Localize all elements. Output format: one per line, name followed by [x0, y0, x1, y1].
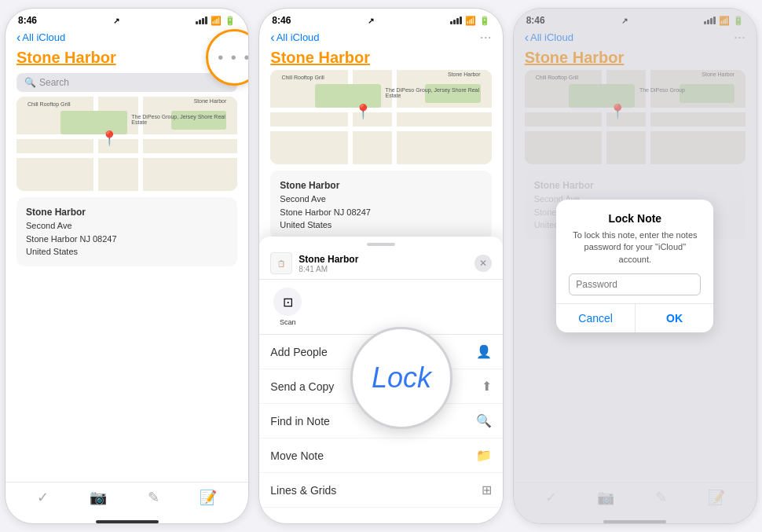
map-pin-1: 📍: [101, 130, 118, 147]
status-icons-2: 📶 🔋: [450, 16, 490, 26]
lock-dialog-overlay: Lock Note To lock this note, enter the n…: [514, 9, 757, 523]
status-time-2: 8:46: [272, 15, 291, 26]
find-in-note-icon: 🔍: [476, 413, 492, 428]
address-name-2: Stone Harbor: [280, 178, 482, 193]
road-h2: [16, 153, 237, 158]
signal-bars-1: [196, 17, 207, 24]
sheet-note-details: Stone Harbor 8:41 AM: [299, 254, 358, 273]
address-street-2: Second Ave: [280, 193, 482, 206]
dots-icon: • • •: [218, 49, 249, 67]
phone-panel-3: 8:46 ↗ 📶 🔋 ‹ All iCloud ··· Stone Harbor: [513, 8, 757, 524]
battery-icon-2: 🔋: [479, 16, 490, 26]
cancel-button[interactable]: Cancel: [556, 304, 636, 332]
label-stone-harbor-2: Stone Harbor: [448, 72, 481, 77]
sheet-menu-lines-grids[interactable]: Lines & Grids ⊞: [259, 473, 502, 508]
note-thumb: 📋: [270, 252, 292, 274]
bar3: [202, 18, 204, 24]
map-bg-1: 📍 Chill Rooftop Grill The DiPeso Group, …: [16, 97, 237, 191]
bar4: [205, 17, 207, 24]
wifi-icon-2: 📶: [465, 16, 476, 26]
toolbar-camera-1[interactable]: 📷: [90, 489, 107, 506]
scan-icon-circle: ⊡: [273, 288, 302, 316]
wifi-icon-1: 📶: [211, 16, 222, 26]
sheet-note-title: Stone Harbor: [299, 254, 358, 265]
move-note-label: Move Note: [270, 449, 324, 462]
toolbar-check-1[interactable]: ✓: [37, 489, 49, 506]
s4: [460, 17, 462, 24]
address-name-1: Stone Harbor: [26, 205, 228, 219]
map-bg-2: 📍 Chill Rooftop Grill The DiPeso Group, …: [270, 70, 491, 164]
address-card-2: Stone Harbor Second Ave Stone Harbor NJ …: [270, 171, 491, 240]
s1: [450, 21, 452, 24]
rh1-2: [270, 108, 491, 112]
dialog-buttons: Cancel OK: [556, 303, 713, 332]
sheet-menu-move-note[interactable]: Move Note 📁: [259, 438, 502, 473]
back-arrow-icon-2: ‹: [270, 31, 274, 45]
bottom-toolbar-1: ✓ 📷 ✎ 📝: [5, 482, 248, 517]
nav-back-1[interactable]: ‹ All iCloud: [16, 31, 65, 45]
nav-back-2[interactable]: ‹ All iCloud: [270, 31, 319, 45]
lock-dialog: Lock Note To lock this note, enter the n…: [556, 200, 713, 332]
search-placeholder-1: Search: [39, 77, 69, 88]
note-title-2: Stone Harbor: [259, 49, 502, 70]
map-pin-2: 📍: [354, 103, 372, 120]
sheet-header: 📋 Stone Harbor 8:41 AM ✕: [259, 246, 502, 280]
bar1: [196, 21, 198, 24]
address-card-1: Stone Harbor Second Ave Stone Harbor NJ …: [16, 197, 237, 266]
find-in-note-label: Find in Note: [270, 415, 329, 427]
scan-label: Scan: [280, 318, 296, 326]
rh2-2: [270, 127, 491, 131]
thumb-icon: 📋: [277, 260, 285, 267]
back-arrow-icon-1: ‹: [16, 31, 20, 45]
dialog-title: Lock Note: [569, 212, 701, 225]
ok-button[interactable]: OK: [636, 304, 714, 332]
s3: [456, 18, 459, 24]
label-stone-harbor-1: Stone Harbor: [194, 98, 227, 104]
status-arrow-icon-2: ↗: [368, 17, 374, 25]
lock-label: Lock: [372, 361, 431, 394]
nav-action-2[interactable]: ···: [480, 29, 492, 46]
nav-back-label-1: All iCloud: [22, 31, 65, 43]
status-bar-2: 8:46 ↗ 📶 🔋: [259, 9, 502, 28]
add-people-label: Add People: [270, 346, 327, 358]
address-country-1: United States: [26, 245, 228, 259]
search-bar-1[interactable]: 🔍 Search: [16, 73, 237, 92]
label-dipeso-1: The DiPeso Group, Jersey Shore Real Esta…: [131, 114, 237, 125]
status-bar-1: 8:46 ↗ 📶 🔋: [5, 9, 248, 28]
toolbar-compose-1[interactable]: ✎: [148, 489, 159, 506]
status-icons-1: 📶 🔋: [196, 16, 236, 26]
address-street-1: Second Ave: [26, 219, 228, 233]
home-indicator-1: [96, 520, 159, 523]
s2: [453, 20, 456, 24]
rv2-2: [392, 70, 397, 164]
lines-grids-icon: ⊞: [482, 482, 492, 497]
send-copy-icon: ⬆: [482, 379, 492, 394]
add-people-icon: 👤: [476, 344, 492, 359]
dialog-body: To lock this note, enter the notes passw…: [569, 229, 701, 266]
sheet-close-button[interactable]: ✕: [474, 255, 492, 272]
address-citystate-1: Stone Harbor NJ 08247: [26, 233, 228, 246]
lines-grids-label: Lines & Grids: [270, 484, 336, 497]
nav-bar-2: ‹ All iCloud ···: [259, 28, 502, 49]
map-area-2: 📍 Chill Rooftop Grill The DiPeso Group, …: [270, 70, 491, 164]
label-grill-1: Chill Rooftop Grill: [27, 101, 70, 107]
signal-bars-2: [450, 17, 462, 24]
sheet-icon-scan[interactable]: ⊡ Scan: [270, 288, 305, 326]
move-note-icon: 📁: [476, 448, 492, 463]
road-v2: [138, 97, 143, 191]
label-grill-2: Chill Rooftop Grill: [281, 75, 324, 80]
status-arrow-icon-1: ↗: [113, 17, 119, 25]
toolbar-newdoc-1[interactable]: 📝: [200, 489, 217, 506]
password-input[interactable]: [569, 273, 701, 295]
sheet-note-time: 8:41 AM: [299, 265, 358, 273]
address-country-2: United States: [280, 218, 482, 232]
map-area-1: 📍 Chill Rooftop Grill The DiPeso Group, …: [16, 97, 237, 191]
bar2: [199, 20, 201, 24]
battery-icon-1: 🔋: [225, 16, 236, 26]
label-dipeso-2: The DiPeso Group, Jersey Shore Real Esta…: [386, 87, 492, 98]
status-time-1: 8:46: [18, 15, 37, 26]
sheet-scroll-row: ⊡ Scan: [259, 280, 502, 335]
lock-magnify-circle: Lock: [350, 327, 452, 429]
road-h1: [16, 134, 237, 139]
send-copy-label: Send a Copy: [270, 380, 334, 393]
